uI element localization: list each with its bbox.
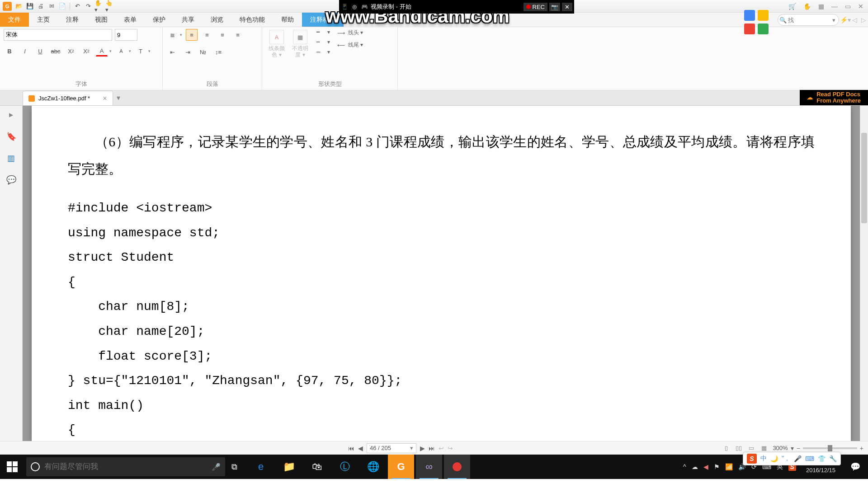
- qat-open-icon[interactable]: 📂: [14, 2, 24, 11]
- ime-keyboard-icon[interactable]: ⌨: [805, 455, 814, 462]
- line-head-button[interactable]: ⟶线头 ▾: [337, 29, 363, 37]
- indent-decrease-button[interactable]: ⇤: [166, 46, 178, 58]
- nav-prev-icon[interactable]: ◁: [850, 13, 859, 27]
- menu-comment-format[interactable]: 注释格式: [302, 13, 344, 27]
- numbered-list-button[interactable]: №: [197, 46, 209, 58]
- strikethrough-button[interactable]: abc: [50, 45, 61, 57]
- nav-next-icon[interactable]: ▷: [859, 13, 868, 27]
- zoom-dropdown-icon[interactable]: ▾: [791, 445, 794, 452]
- prev-page-button[interactable]: ◀: [358, 445, 363, 452]
- ribbon-options-icon[interactable]: ⚡▾: [841, 13, 850, 27]
- qat-print-icon[interactable]: 🖨: [36, 2, 45, 11]
- qat-mail-icon[interactable]: ✉: [47, 2, 56, 11]
- line-width-button[interactable]: ═▾: [316, 49, 330, 55]
- page-number-box[interactable]: 46 / 205▾: [367, 443, 416, 453]
- ime-tools-icon[interactable]: 🔧: [829, 455, 837, 462]
- underline-button[interactable]: U: [34, 45, 46, 57]
- zoom-in-button[interactable]: +: [860, 445, 863, 452]
- menu-help[interactable]: 帮助: [273, 13, 302, 27]
- nav-back-button[interactable]: ↩: [439, 445, 444, 452]
- bandicam-rec-button[interactable]: REC: [524, 3, 547, 11]
- qat-newdoc-icon[interactable]: 📄: [58, 2, 67, 11]
- cortana-search[interactable]: 🎤: [26, 457, 225, 476]
- line-tail-button[interactable]: ⟵线尾 ▾: [337, 41, 363, 49]
- last-page-button[interactable]: ⏭: [429, 445, 435, 452]
- panel-collapse-button[interactable]: ▶: [5, 108, 18, 121]
- menu-protect[interactable]: 保护: [145, 13, 174, 27]
- ime-skin-icon[interactable]: 👕: [818, 455, 826, 462]
- bandicam-close-button[interactable]: ✕: [562, 3, 572, 11]
- zoom-out-button[interactable]: −: [797, 445, 800, 452]
- italic-button[interactable]: I: [19, 45, 31, 57]
- align-justify-button[interactable]: ≡: [232, 29, 244, 41]
- tray-flag-icon[interactable]: ◀: [703, 463, 708, 470]
- taskbar-explorer-icon[interactable]: 📁: [276, 455, 302, 479]
- line-spacing-button[interactable]: ↕≡: [212, 46, 224, 58]
- cortana-input[interactable]: [44, 462, 207, 471]
- font-size-select[interactable]: [115, 29, 137, 41]
- search-input[interactable]: [788, 17, 829, 23]
- qat-save-icon[interactable]: 💾: [25, 2, 34, 11]
- line-style-button[interactable]: ━▾: [316, 29, 330, 35]
- menu-view[interactable]: 视图: [87, 13, 116, 27]
- line-color-button[interactable]: A 线条颜 色 ▾: [266, 29, 288, 59]
- taskbar-store-icon[interactable]: 🛍: [304, 455, 330, 479]
- facing-view-icon[interactable]: ▭: [747, 444, 755, 452]
- font-shrink-button[interactable]: A: [115, 45, 127, 57]
- tray-up-icon[interactable]: ^: [683, 463, 686, 470]
- font-name-select[interactable]: [4, 29, 112, 41]
- taskbar-browser-icon[interactable]: 🌐: [360, 455, 386, 479]
- align-left-button[interactable]: ≡: [186, 29, 198, 41]
- superscript-button[interactable]: X2: [65, 45, 77, 57]
- cortana-mic-icon[interactable]: 🎤: [207, 463, 225, 471]
- font-color-button[interactable]: A: [96, 46, 108, 56]
- bullet-list-button[interactable]: ≣: [166, 29, 178, 41]
- taskbar-app-l-icon[interactable]: Ⓛ: [332, 455, 358, 479]
- align-center-button[interactable]: ≡: [201, 29, 213, 41]
- single-page-view-icon[interactable]: ▯: [722, 444, 730, 452]
- title-hand-icon[interactable]: ✋: [803, 3, 811, 10]
- indent-increase-button[interactable]: ⇥: [182, 46, 193, 58]
- nav-fwd-button[interactable]: ↪: [448, 445, 453, 452]
- task-view-button[interactable]: ⧉: [225, 462, 243, 472]
- taskbar-recorder-icon[interactable]: [444, 455, 470, 479]
- taskbar-edge-icon[interactable]: e: [248, 455, 274, 479]
- start-button[interactable]: [0, 455, 24, 479]
- document-viewport[interactable]: （6）编写程序，记录某学生的学号、姓名和 3 门课程成绩，输出该学生的姓名、学号…: [23, 106, 860, 441]
- menu-form[interactable]: 表单: [116, 13, 145, 27]
- first-page-button[interactable]: ⏮: [348, 445, 354, 452]
- pdf-docs-banner[interactable]: ☁Read PDF Docs From Anywhere: [800, 90, 868, 105]
- menu-browse[interactable]: 浏览: [203, 13, 231, 27]
- search-dropdown-icon[interactable]: ▾: [829, 15, 839, 25]
- comments-panel-icon[interactable]: 💬: [5, 174, 18, 186]
- taskbar-vs-icon[interactable]: ∞: [416, 455, 442, 479]
- continuous-view-icon[interactable]: ▯▯: [735, 444, 743, 452]
- menu-home[interactable]: 主页: [29, 13, 58, 27]
- qat-select-icon[interactable]: 👆▾: [105, 2, 114, 11]
- zoom-slider-thumb[interactable]: [828, 445, 832, 451]
- ime-toolbar[interactable]: S 中 🌙 "， 🎤 ⌨ 👕 🔧: [743, 452, 841, 465]
- pages-panel-icon[interactable]: ▥: [5, 152, 18, 164]
- qat-hand-icon[interactable]: ✋▾: [94, 2, 104, 11]
- next-page-button[interactable]: ▶: [420, 445, 425, 452]
- scrollbar-thumb[interactable]: [861, 133, 867, 223]
- bandi-phone-icon[interactable]: 📱: [341, 3, 348, 10]
- menu-feature[interactable]: 特色功能: [231, 13, 273, 27]
- continuous-facing-icon[interactable]: ▦: [760, 444, 768, 452]
- font-case-button[interactable]: T: [135, 45, 146, 57]
- zoom-slider[interactable]: [803, 447, 857, 449]
- tab-close-button[interactable]: ×: [103, 94, 107, 103]
- title-grid-icon[interactable]: ▦: [818, 3, 824, 10]
- qat-undo-icon[interactable]: ↶: [73, 2, 82, 11]
- document-tab[interactable]: JscZw1-10flee.pdf * ×: [23, 91, 113, 105]
- ime-mic-icon[interactable]: 🎤: [794, 455, 802, 462]
- bandicam-camera-button[interactable]: 📷: [549, 3, 560, 11]
- align-right-button[interactable]: ≡: [217, 29, 228, 41]
- bold-button[interactable]: B: [4, 45, 15, 57]
- minimize-button[interactable]: —: [831, 3, 838, 10]
- qat-redo-icon[interactable]: ↷: [84, 2, 93, 11]
- tray-security-icon[interactable]: ⚑: [714, 463, 720, 470]
- ime-lang-button[interactable]: 中: [760, 455, 767, 463]
- ime-punct-icon[interactable]: "，: [782, 455, 790, 463]
- menu-comment[interactable]: 注释: [58, 13, 87, 27]
